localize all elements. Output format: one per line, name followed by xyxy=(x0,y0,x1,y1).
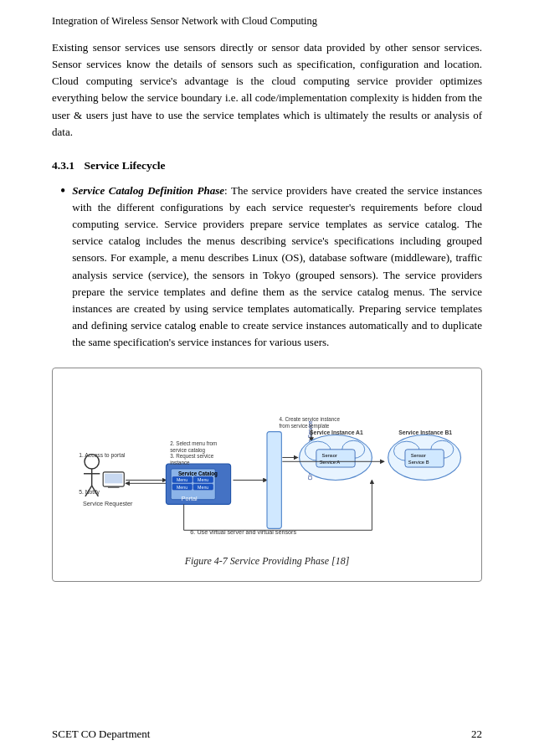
svg-text:Menu: Menu xyxy=(177,478,187,483)
svg-text:2. Select menu from: 2. Select menu from xyxy=(170,440,217,446)
footer-right: 22 xyxy=(471,728,482,741)
svg-text:Portal: Portal xyxy=(182,495,198,502)
section-title: Service Lifecycle xyxy=(84,159,165,172)
svg-text:Service A: Service A xyxy=(320,460,341,465)
section-heading: 4.3.1 Service Lifecycle xyxy=(52,159,482,172)
svg-text:Service Requester: Service Requester xyxy=(83,501,133,508)
svg-text:from service template: from service template xyxy=(279,423,329,429)
header-title: Integration of Wireless Sensor Network w… xyxy=(52,15,482,28)
footer: SCET CO Department 22 xyxy=(52,728,482,741)
svg-text:Service Instance B1: Service Instance B1 xyxy=(398,430,452,436)
phase-label: Service Catalog Definition Phase xyxy=(72,184,224,197)
svg-text:Menu: Menu xyxy=(198,478,208,483)
svg-text:Menu: Menu xyxy=(177,485,187,490)
svg-text:Service B: Service B xyxy=(408,460,429,465)
svg-text:Menu: Menu xyxy=(198,485,208,490)
svg-text:4. Create service instance: 4. Create service instance xyxy=(279,416,340,422)
svg-text:6. Use virtual server and virt: 6. Use virtual server and virtual sensor… xyxy=(190,528,296,536)
bullet-text: Service Catalog Definition Phase: The se… xyxy=(72,183,482,351)
section-number: 4.3.1 xyxy=(52,159,74,172)
page: Integration of Wireless Sensor Network w… xyxy=(0,0,534,756)
svg-text:instance: instance xyxy=(170,460,190,465)
svg-rect-7 xyxy=(105,474,122,484)
phase-description: The service providers have created the s… xyxy=(72,184,482,348)
figure-box: Service Requester 1. Access to portal 5.… xyxy=(52,368,482,582)
svg-text:1. Access to portal: 1. Access to portal xyxy=(79,453,126,460)
footer-left: SCET CO Department xyxy=(52,728,150,741)
intro-paragraph: Existing sensor services use sensors dir… xyxy=(52,39,482,141)
figure-svg: Service Requester 1. Access to portal 5.… xyxy=(61,377,473,547)
svg-text:Sensor: Sensor xyxy=(322,454,337,459)
svg-text:5. Notify: 5. Notify xyxy=(79,489,100,496)
bullet-icon: • xyxy=(60,183,65,200)
figure-caption: Figure 4-7 Service Providing Phase [18] xyxy=(61,555,473,568)
svg-text:Service Catalog: Service Catalog xyxy=(178,471,218,477)
bullet-list: • Service Catalog Definition Phase: The … xyxy=(52,183,482,351)
svg-text:Service Instance A1: Service Instance A1 xyxy=(310,430,363,436)
svg-rect-31 xyxy=(267,432,281,529)
list-item: • Service Catalog Definition Phase: The … xyxy=(60,183,482,351)
figure-diagram: Service Requester 1. Access to portal 5.… xyxy=(61,377,473,550)
svg-text:Sensor: Sensor xyxy=(411,454,426,459)
